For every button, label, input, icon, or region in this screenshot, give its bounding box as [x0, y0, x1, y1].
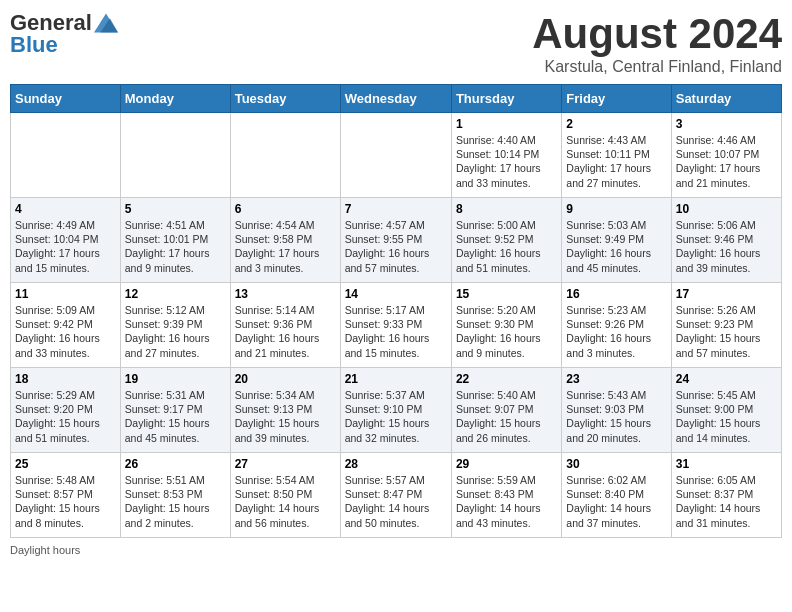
day-number: 29: [456, 457, 557, 471]
day-number: 10: [676, 202, 777, 216]
day-info: Sunrise: 5:17 AM Sunset: 9:33 PM Dayligh…: [345, 303, 447, 360]
day-info: Sunrise: 5:12 AM Sunset: 9:39 PM Dayligh…: [125, 303, 226, 360]
day-info: Sunrise: 4:51 AM Sunset: 10:01 PM Daylig…: [125, 218, 226, 275]
calendar-cell: 9Sunrise: 5:03 AM Sunset: 9:49 PM Daylig…: [562, 198, 671, 283]
calendar-cell: 11Sunrise: 5:09 AM Sunset: 9:42 PM Dayli…: [11, 283, 121, 368]
day-number: 13: [235, 287, 336, 301]
day-number: 22: [456, 372, 557, 386]
logo-blue-text: Blue: [10, 32, 58, 58]
calendar-cell: 12Sunrise: 5:12 AM Sunset: 9:39 PM Dayli…: [120, 283, 230, 368]
main-title: August 2024: [532, 10, 782, 58]
calendar-cell: [120, 113, 230, 198]
day-info: Sunrise: 4:40 AM Sunset: 10:14 PM Daylig…: [456, 133, 557, 190]
calendar-week-0: 1Sunrise: 4:40 AM Sunset: 10:14 PM Dayli…: [11, 113, 782, 198]
calendar-cell: 30Sunrise: 6:02 AM Sunset: 8:40 PM Dayli…: [562, 453, 671, 538]
day-info: Sunrise: 5:40 AM Sunset: 9:07 PM Dayligh…: [456, 388, 557, 445]
day-info: Sunrise: 4:43 AM Sunset: 10:11 PM Daylig…: [566, 133, 666, 190]
day-info: Sunrise: 5:31 AM Sunset: 9:17 PM Dayligh…: [125, 388, 226, 445]
calendar-header-saturday: Saturday: [671, 85, 781, 113]
day-number: 27: [235, 457, 336, 471]
day-info: Sunrise: 5:45 AM Sunset: 9:00 PM Dayligh…: [676, 388, 777, 445]
day-info: Sunrise: 5:20 AM Sunset: 9:30 PM Dayligh…: [456, 303, 557, 360]
day-number: 2: [566, 117, 666, 131]
day-number: 9: [566, 202, 666, 216]
calendar-cell: [230, 113, 340, 198]
day-info: Sunrise: 5:26 AM Sunset: 9:23 PM Dayligh…: [676, 303, 777, 360]
calendar-cell: 4Sunrise: 4:49 AM Sunset: 10:04 PM Dayli…: [11, 198, 121, 283]
day-info: Sunrise: 5:00 AM Sunset: 9:52 PM Dayligh…: [456, 218, 557, 275]
calendar-cell: 5Sunrise: 4:51 AM Sunset: 10:01 PM Dayli…: [120, 198, 230, 283]
calendar-cell: 21Sunrise: 5:37 AM Sunset: 9:10 PM Dayli…: [340, 368, 451, 453]
calendar-cell: 2Sunrise: 4:43 AM Sunset: 10:11 PM Dayli…: [562, 113, 671, 198]
day-info: Sunrise: 5:54 AM Sunset: 8:50 PM Dayligh…: [235, 473, 336, 530]
calendar-cell: 6Sunrise: 4:54 AM Sunset: 9:58 PM Daylig…: [230, 198, 340, 283]
day-number: 24: [676, 372, 777, 386]
calendar-header-friday: Friday: [562, 85, 671, 113]
calendar-cell: 22Sunrise: 5:40 AM Sunset: 9:07 PM Dayli…: [451, 368, 561, 453]
day-number: 16: [566, 287, 666, 301]
day-info: Sunrise: 5:57 AM Sunset: 8:47 PM Dayligh…: [345, 473, 447, 530]
day-number: 28: [345, 457, 447, 471]
calendar-week-4: 25Sunrise: 5:48 AM Sunset: 8:57 PM Dayli…: [11, 453, 782, 538]
calendar-cell: 14Sunrise: 5:17 AM Sunset: 9:33 PM Dayli…: [340, 283, 451, 368]
calendar-cell: 26Sunrise: 5:51 AM Sunset: 8:53 PM Dayli…: [120, 453, 230, 538]
day-info: Sunrise: 5:03 AM Sunset: 9:49 PM Dayligh…: [566, 218, 666, 275]
day-number: 30: [566, 457, 666, 471]
day-number: 15: [456, 287, 557, 301]
day-info: Sunrise: 4:57 AM Sunset: 9:55 PM Dayligh…: [345, 218, 447, 275]
day-info: Sunrise: 6:05 AM Sunset: 8:37 PM Dayligh…: [676, 473, 777, 530]
day-info: Sunrise: 5:51 AM Sunset: 8:53 PM Dayligh…: [125, 473, 226, 530]
calendar-cell: 13Sunrise: 5:14 AM Sunset: 9:36 PM Dayli…: [230, 283, 340, 368]
day-number: 3: [676, 117, 777, 131]
calendar-header-monday: Monday: [120, 85, 230, 113]
day-number: 20: [235, 372, 336, 386]
day-info: Sunrise: 5:37 AM Sunset: 9:10 PM Dayligh…: [345, 388, 447, 445]
day-number: 17: [676, 287, 777, 301]
day-number: 14: [345, 287, 447, 301]
day-info: Sunrise: 5:14 AM Sunset: 9:36 PM Dayligh…: [235, 303, 336, 360]
calendar-cell: 10Sunrise: 5:06 AM Sunset: 9:46 PM Dayli…: [671, 198, 781, 283]
calendar-week-3: 18Sunrise: 5:29 AM Sunset: 9:20 PM Dayli…: [11, 368, 782, 453]
calendar-week-2: 11Sunrise: 5:09 AM Sunset: 9:42 PM Dayli…: [11, 283, 782, 368]
daylight-hours-label: Daylight hours: [10, 544, 80, 556]
calendar-header-wednesday: Wednesday: [340, 85, 451, 113]
day-number: 18: [15, 372, 116, 386]
calendar-cell: 15Sunrise: 5:20 AM Sunset: 9:30 PM Dayli…: [451, 283, 561, 368]
calendar-header-row: SundayMondayTuesdayWednesdayThursdayFrid…: [11, 85, 782, 113]
day-number: 8: [456, 202, 557, 216]
day-number: 6: [235, 202, 336, 216]
day-number: 12: [125, 287, 226, 301]
calendar-cell: 16Sunrise: 5:23 AM Sunset: 9:26 PM Dayli…: [562, 283, 671, 368]
calendar-cell: 7Sunrise: 4:57 AM Sunset: 9:55 PM Daylig…: [340, 198, 451, 283]
logo: General Blue: [10, 10, 118, 58]
calendar-cell: 24Sunrise: 5:45 AM Sunset: 9:00 PM Dayli…: [671, 368, 781, 453]
day-info: Sunrise: 4:46 AM Sunset: 10:07 PM Daylig…: [676, 133, 777, 190]
calendar-cell: 18Sunrise: 5:29 AM Sunset: 9:20 PM Dayli…: [11, 368, 121, 453]
title-area: August 2024 Karstula, Central Finland, F…: [532, 10, 782, 76]
calendar-cell: 27Sunrise: 5:54 AM Sunset: 8:50 PM Dayli…: [230, 453, 340, 538]
calendar-cell: [11, 113, 121, 198]
calendar-header-thursday: Thursday: [451, 85, 561, 113]
day-info: Sunrise: 5:29 AM Sunset: 9:20 PM Dayligh…: [15, 388, 116, 445]
calendar-header-sunday: Sunday: [11, 85, 121, 113]
calendar-cell: 25Sunrise: 5:48 AM Sunset: 8:57 PM Dayli…: [11, 453, 121, 538]
day-info: Sunrise: 5:34 AM Sunset: 9:13 PM Dayligh…: [235, 388, 336, 445]
day-number: 26: [125, 457, 226, 471]
calendar-cell: 3Sunrise: 4:46 AM Sunset: 10:07 PM Dayli…: [671, 113, 781, 198]
day-info: Sunrise: 4:49 AM Sunset: 10:04 PM Daylig…: [15, 218, 116, 275]
day-info: Sunrise: 5:09 AM Sunset: 9:42 PM Dayligh…: [15, 303, 116, 360]
calendar-cell: [340, 113, 451, 198]
calendar-cell: 29Sunrise: 5:59 AM Sunset: 8:43 PM Dayli…: [451, 453, 561, 538]
subtitle: Karstula, Central Finland, Finland: [532, 58, 782, 76]
day-number: 1: [456, 117, 557, 131]
calendar-week-1: 4Sunrise: 4:49 AM Sunset: 10:04 PM Dayli…: [11, 198, 782, 283]
calendar-header-tuesday: Tuesday: [230, 85, 340, 113]
day-info: Sunrise: 5:48 AM Sunset: 8:57 PM Dayligh…: [15, 473, 116, 530]
day-info: Sunrise: 5:59 AM Sunset: 8:43 PM Dayligh…: [456, 473, 557, 530]
day-info: Sunrise: 5:23 AM Sunset: 9:26 PM Dayligh…: [566, 303, 666, 360]
header: General Blue August 2024 Karstula, Centr…: [10, 10, 782, 76]
day-number: 7: [345, 202, 447, 216]
day-info: Sunrise: 5:43 AM Sunset: 9:03 PM Dayligh…: [566, 388, 666, 445]
day-number: 23: [566, 372, 666, 386]
calendar-table: SundayMondayTuesdayWednesdayThursdayFrid…: [10, 84, 782, 538]
